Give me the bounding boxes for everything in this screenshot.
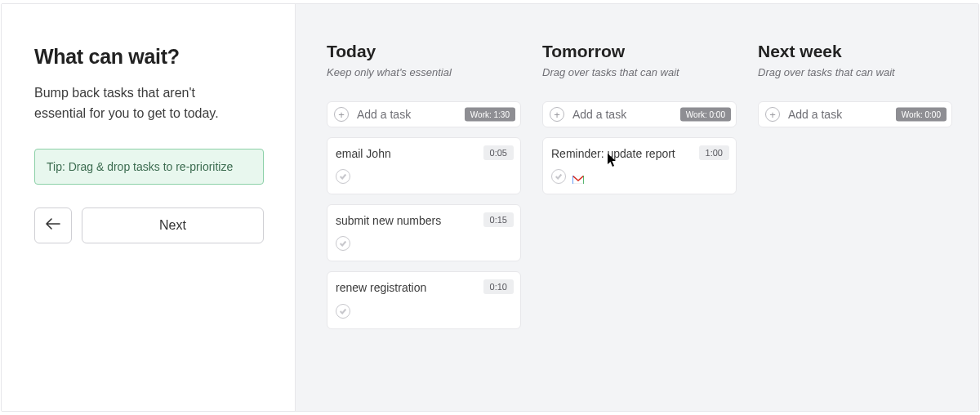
column-title: Today [327,42,521,61]
column-subtitle: Keep only what's essential [327,66,521,78]
add-task-label: Add a task [788,108,842,121]
column-today: Today Keep only what's essential + Add a… [327,42,521,339]
sidebar-description: Bump back tasks that aren't essential fo… [34,83,247,124]
app-frame: What can wait? Bump back tasks that aren… [1,3,979,412]
complete-checkbox[interactable] [336,169,350,184]
column-subtitle: Drag over tasks that can wait [542,66,737,78]
column-subtitle: Drag over tasks that can wait [758,66,952,78]
next-button[interactable]: Next [82,208,264,243]
gmail-icon [572,172,584,181]
onboarding-sidebar: What can wait? Bump back tasks that aren… [2,4,296,411]
add-task-button[interactable]: + Add a task Work: 1:30 [327,101,521,127]
duration-badge: 0:15 [483,212,514,227]
task-board: Today Keep only what's essential + Add a… [296,4,978,411]
complete-checkbox[interactable] [336,304,350,319]
back-button[interactable] [34,208,72,243]
sidebar-title: What can wait? [34,45,264,69]
work-badge: Work: 0:00 [896,108,947,122]
work-badge: Work: 0:00 [680,108,731,122]
column-tomorrow: Tomorrow Drag over tasks that can wait +… [542,42,737,204]
plus-icon: + [334,107,349,122]
plus-icon: + [550,107,564,122]
duration-badge: 0:05 [483,145,514,160]
tip-callout: Tip: Drag & drop tasks to re-prioritize [34,149,264,185]
add-task-button[interactable]: + Add a task Work: 0:00 [758,101,952,127]
complete-checkbox[interactable] [336,236,350,251]
nav-row: Next [34,208,264,243]
add-task-label: Add a task [572,108,626,121]
column-title: Tomorrow [542,42,737,61]
add-task-label: Add a task [357,108,411,121]
duration-badge: 0:10 [483,279,514,294]
duration-badge: 1:00 [699,145,729,160]
arrow-left-icon [46,216,60,234]
plus-icon: + [765,107,780,122]
task-card[interactable]: Reminder: update report 1:00 [542,137,737,194]
task-card[interactable]: submit new numbers 0:15 [327,204,521,261]
column-title: Next week [758,42,952,61]
complete-checkbox[interactable] [551,169,566,184]
work-badge: Work: 1:30 [465,108,515,122]
task-card[interactable]: renew registration 0:10 [327,271,521,328]
add-task-button[interactable]: + Add a task Work: 0:00 [542,101,737,127]
column-next-week: Next week Drag over tasks that can wait … [758,42,952,137]
task-card[interactable]: email John 0:05 [327,137,521,194]
